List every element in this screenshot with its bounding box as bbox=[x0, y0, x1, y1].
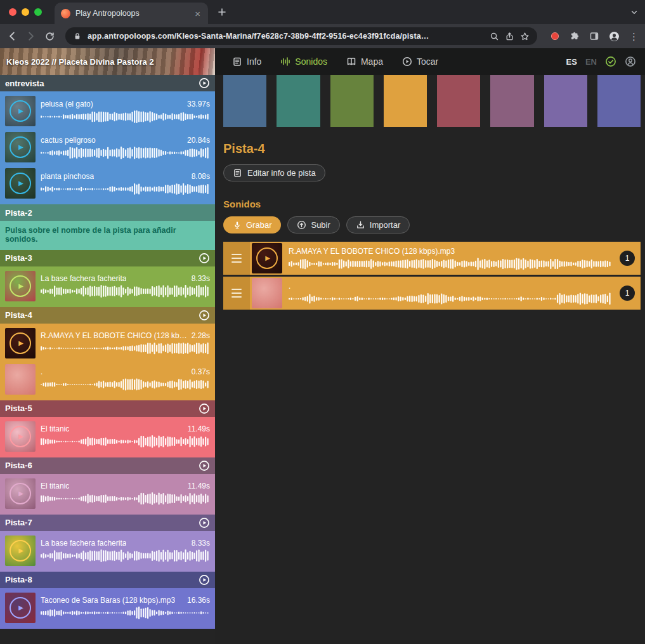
drag-handle[interactable] bbox=[223, 277, 250, 310]
track-name[interactable]: Pista-2 bbox=[5, 208, 210, 218]
track-body: ▶La base fachera facherita8.33s bbox=[0, 266, 215, 307]
sound-thumbnail[interactable] bbox=[5, 364, 36, 395]
waveform bbox=[41, 378, 210, 391]
record-button[interactable]: Grabar bbox=[223, 216, 281, 233]
track-header[interactable]: Pista-5 bbox=[0, 400, 215, 417]
sound-thumbnail[interactable]: ▶ bbox=[5, 168, 36, 199]
sidebar-sound-item[interactable]: ▶planta pinchosa8.08s bbox=[5, 165, 210, 201]
profile-avatar-icon[interactable] bbox=[609, 31, 620, 42]
sound-thumbnail[interactable]: ▶ bbox=[5, 593, 36, 623]
edit-track-info-button[interactable]: Editar info de pista bbox=[223, 164, 325, 181]
saved-check-button[interactable] bbox=[605, 56, 616, 67]
sidebar-sound-item[interactable]: ▶El titanic11.49s bbox=[5, 418, 210, 454]
sound-thumbnail[interactable]: ▶ bbox=[5, 271, 36, 301]
waveform bbox=[289, 292, 613, 305]
track-play-button[interactable] bbox=[199, 574, 210, 586]
minimize-window-button[interactable] bbox=[22, 8, 29, 16]
sound-thumbnail[interactable] bbox=[252, 278, 282, 308]
track-swatch-6[interactable] bbox=[490, 75, 533, 127]
track-name[interactable]: Pista-4 bbox=[5, 310, 199, 320]
tab-search-button[interactable] bbox=[630, 8, 639, 16]
sidebar-sound-item[interactable]: .0.37s bbox=[5, 361, 210, 397]
side-panel-icon[interactable] bbox=[589, 31, 599, 41]
sidebar-sound-item[interactable]: ▶Taconeo de Sara Baras (128 kbps).mp316.… bbox=[5, 589, 210, 626]
project-cover-photo[interactable]: Kleos 2022 // Placeta Divina Pastora 2 bbox=[0, 48, 215, 75]
sound-duration: 11.49s bbox=[188, 424, 210, 433]
sidebar-sound-item[interactable]: ▶La base fachera facherita8.33s bbox=[5, 532, 210, 568]
track-name[interactable]: Pista-3 bbox=[5, 253, 199, 263]
sidebar-sound-item[interactable]: ▶La base fachera facherita8.33s bbox=[5, 268, 210, 304]
fullscreen-window-button[interactable] bbox=[34, 8, 42, 16]
sound-thumbnail[interactable]: ▶ bbox=[252, 243, 282, 273]
lang-es-button[interactable]: ES bbox=[566, 57, 577, 67]
window-controls bbox=[6, 8, 48, 16]
recording-extension-icon[interactable] bbox=[550, 31, 560, 41]
sound-thumbnail[interactable]: ▶ bbox=[5, 478, 36, 509]
sidebar-sound-item[interactable]: ▶pelusa (el gato)33.97s bbox=[5, 93, 210, 129]
track-header[interactable]: Pista-2 bbox=[0, 204, 215, 221]
track-play-button[interactable] bbox=[199, 403, 210, 414]
forward-button[interactable] bbox=[25, 30, 37, 42]
track-swatch-7[interactable] bbox=[544, 75, 587, 127]
track-sound-row[interactable]: ▶R.AMAYA Y EL BOBOTE CHICO (128 kbps).mp… bbox=[223, 242, 641, 275]
sound-thumbnail[interactable]: ▶ bbox=[5, 536, 36, 566]
track-header[interactable]: Pista-6 bbox=[0, 457, 215, 474]
play-circle-icon bbox=[199, 460, 210, 471]
sound-thumbnail[interactable]: ▶ bbox=[5, 421, 36, 452]
nav-info[interactable]: Info bbox=[225, 53, 268, 70]
track-header[interactable]: Pista-7 bbox=[0, 515, 215, 531]
play-ring-icon: ▶ bbox=[10, 597, 31, 619]
sidebar-sound-item[interactable]: ▶cactus peligroso20.84s bbox=[5, 129, 210, 165]
track-swatch-4[interactable] bbox=[384, 75, 427, 127]
lang-en-button[interactable]: EN bbox=[585, 57, 597, 67]
track-swatch-8[interactable] bbox=[597, 75, 641, 127]
drag-handle[interactable] bbox=[223, 242, 250, 275]
nav-sonidos[interactable]: Sonidos bbox=[273, 53, 334, 70]
track-play-button[interactable] bbox=[199, 460, 210, 471]
sound-thumbnail[interactable]: ▶ bbox=[5, 96, 36, 126]
sound-thumbnail[interactable]: ▶ bbox=[5, 328, 36, 358]
new-tab-button[interactable] bbox=[217, 7, 227, 17]
browser-menu-icon[interactable]: ⋮ bbox=[629, 32, 639, 41]
track-swatch-2[interactable] bbox=[277, 75, 320, 127]
track-play-button[interactable] bbox=[199, 77, 210, 89]
share-icon[interactable] bbox=[505, 32, 514, 41]
track-header[interactable]: Pista-4 bbox=[0, 307, 215, 324]
track-sound-row[interactable]: .1 bbox=[223, 277, 641, 310]
track-name[interactable]: Pista-8 bbox=[5, 575, 199, 584]
track-header[interactable]: Pista-3 bbox=[0, 250, 215, 266]
arrow-left-icon bbox=[6, 30, 18, 42]
account-button[interactable] bbox=[625, 56, 636, 67]
track-header[interactable]: Pista-8 bbox=[0, 572, 215, 588]
track-swatch-3[interactable] bbox=[330, 75, 374, 127]
sound-meta: El titanic11.49s bbox=[41, 482, 210, 505]
sidebar-sound-item[interactable]: ▶R.AMAYA Y EL BOBOTE CHICO (128 kbps)….2… bbox=[5, 325, 210, 361]
content-area: entrevista▶pelusa (el gato)33.97s▶cactus… bbox=[0, 75, 645, 644]
track-swatch-5[interactable] bbox=[437, 75, 480, 127]
extensions-puzzle-icon[interactable] bbox=[570, 31, 580, 41]
track-name[interactable]: Pista-7 bbox=[5, 518, 199, 527]
back-button[interactable] bbox=[6, 30, 18, 42]
track-name[interactable]: Pista-5 bbox=[5, 404, 199, 413]
close-window-button[interactable] bbox=[9, 8, 16, 16]
nav-mapa[interactable]: Mapa bbox=[339, 53, 390, 70]
tab-close-icon[interactable]: × bbox=[193, 8, 202, 20]
track-play-button[interactable] bbox=[199, 253, 210, 264]
browser-tab[interactable]: Play Antropoloops × bbox=[55, 3, 208, 24]
track-play-button[interactable] bbox=[199, 517, 210, 529]
import-button[interactable]: Importar bbox=[346, 216, 410, 233]
track-name[interactable]: entrevista bbox=[5, 79, 199, 88]
address-bar[interactable]: app.antropoloops.com/Kleos-Santa-Marina/… bbox=[65, 27, 537, 45]
upload-button[interactable]: Subir bbox=[287, 216, 339, 233]
track-play-button[interactable] bbox=[199, 310, 210, 321]
sound-thumbnail[interactable]: ▶ bbox=[5, 132, 36, 162]
reload-button[interactable] bbox=[44, 31, 55, 42]
track-header[interactable]: entrevista bbox=[0, 75, 215, 91]
zoom-icon[interactable] bbox=[490, 32, 499, 41]
track-swatch-1[interactable] bbox=[223, 75, 266, 127]
sounds-section-label: Sonidos bbox=[223, 199, 641, 209]
track-name[interactable]: Pista-6 bbox=[5, 461, 199, 470]
sidebar-sound-item[interactable]: ▶El titanic11.49s bbox=[5, 475, 210, 511]
bookmark-star-icon[interactable] bbox=[520, 32, 530, 41]
nav-tocar[interactable]: Tocar bbox=[395, 53, 445, 70]
